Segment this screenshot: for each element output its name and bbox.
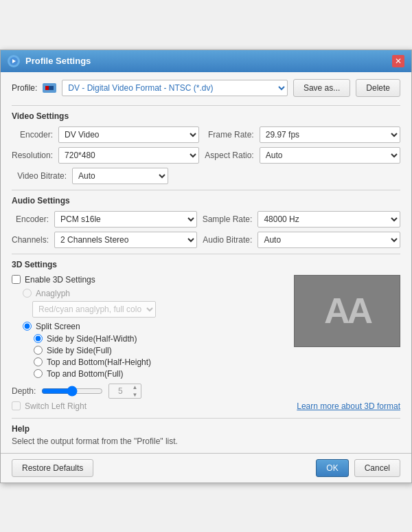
cancel-button[interactable]: Cancel (354, 459, 400, 477)
threed-settings-section: 3D Settings AA Enable 3D Settings (12, 260, 400, 411)
video-encoder-select[interactable]: DV Video (58, 126, 199, 143)
top-bottom-half-radio[interactable] (34, 357, 43, 366)
depth-slider[interactable] (41, 386, 103, 397)
audio-bitrate-select[interactable]: Auto (258, 232, 400, 248)
help-text: Select the output format from the "Profi… (12, 436, 400, 446)
side-by-side-full-label[interactable]: Side by Side(Full) (47, 346, 112, 355)
top-bottom-half-row: Top and Bottom(Half-Height) (12, 357, 400, 367)
audio-encoder-select[interactable]: PCM s16le (54, 211, 197, 228)
delete-button[interactable]: Delete (356, 79, 400, 97)
threed-content: AA Enable 3D Settings Anaglyph (12, 275, 400, 381)
audio-encoder-label: Encoder: (12, 214, 49, 224)
profile-icon (43, 83, 56, 93)
titlebar: Profile Settings ✕ (1, 50, 411, 72)
video-settings-title: Video Settings (12, 111, 400, 121)
depth-row: Depth: 5 ▲ ▼ (12, 384, 400, 399)
bitrate-row: Video Bitrate: Auto (12, 168, 400, 184)
profile-row: Profile: DV - Digital Video Format - NTS… (12, 79, 400, 97)
samplerate-label: Sample Rate: (203, 214, 253, 224)
depth-up-button[interactable]: ▲ (130, 384, 139, 391)
profile-label: Profile: (12, 83, 37, 93)
top-bottom-half-label[interactable]: Top and Bottom(Half-Height) (47, 357, 151, 367)
switch-learn-row: Switch Left Right Learn more about 3D fo… (12, 401, 400, 411)
resolution-select[interactable]: 720*480 (58, 147, 199, 164)
ok-button[interactable]: OK (316, 459, 348, 477)
divider-3 (12, 254, 400, 254)
top-bottom-full-radio[interactable] (34, 369, 43, 378)
video-bitrate-select[interactable]: Auto (72, 168, 168, 184)
save-as-button[interactable]: Save as... (293, 79, 350, 97)
side-by-side-half-row: Side by Side(Half-Width) (12, 334, 287, 344)
split-screen-label[interactable]: Split Screen (36, 322, 80, 331)
side-by-side-half-label[interactable]: Side by Side(Half-Width) (47, 334, 137, 344)
switch-left-right-label[interactable]: Switch Left Right (25, 401, 87, 411)
bottom-bar: Restore Defaults OK Cancel (1, 453, 411, 483)
samplerate-select[interactable]: 48000 Hz (258, 211, 400, 228)
switch-row-left: Switch Left Right (12, 401, 87, 411)
video-settings-section: Video Settings Encoder: DV Video Frame R… (12, 111, 400, 184)
audio-settings-title: Audio Settings (12, 196, 400, 206)
enable-3d-checkbox[interactable] (12, 275, 21, 284)
depth-value-box: 5 ▲ ▼ (108, 384, 141, 399)
framerate-select[interactable]: 29.97 fps (260, 126, 400, 143)
depth-down-button[interactable]: ▼ (130, 391, 139, 399)
split-screen-radio[interactable] (23, 322, 32, 331)
depth-label: Depth: (12, 386, 36, 396)
resolution-label: Resolution: (12, 151, 53, 160)
anaglyph-select[interactable]: Red/cyan anaglyph, full color (32, 301, 156, 318)
video-form-grid: Encoder: DV Video Frame Rate: 29.97 fps … (12, 126, 400, 164)
app-icon (8, 55, 20, 67)
channels-label: Channels: (12, 235, 49, 245)
help-title: Help (12, 424, 400, 434)
divider-2 (12, 190, 400, 190)
threed-preview-container: AA (294, 275, 400, 347)
titlebar-left: Profile Settings (8, 55, 91, 67)
side-by-side-full-radio[interactable] (34, 346, 43, 355)
side-by-side-half-radio[interactable] (34, 334, 43, 343)
top-bottom-full-label[interactable]: Top and Bottom(Full) (47, 369, 123, 379)
close-button[interactable]: ✕ (392, 55, 404, 67)
help-section: Help Select the output format from the "… (12, 418, 400, 446)
anaglyph-radio-row: Anaglyph (12, 289, 287, 298)
window-title: Profile Settings (25, 56, 91, 66)
threed-preview: AA (294, 275, 400, 347)
switch-left-right-checkbox[interactable] (12, 401, 21, 410)
aa-preview: AA (324, 290, 370, 331)
main-content: Profile: DV - Digital Video Format - NTS… (1, 72, 411, 453)
audio-bitrate-label: Audio Bitrate: (203, 235, 253, 245)
aspect-label: Aspect Ratio: (205, 151, 253, 160)
enable-3d-label[interactable]: Enable 3D Settings (25, 275, 95, 285)
framerate-label: Frame Rate: (205, 130, 253, 140)
restore-defaults-button[interactable]: Restore Defaults (12, 459, 93, 477)
svg-rect-4 (45, 86, 49, 90)
learn-more-link[interactable]: Learn more about 3D format (297, 401, 400, 411)
threed-title: 3D Settings (12, 260, 400, 269)
video-bitrate-label: Video Bitrate: (12, 171, 67, 181)
aspect-select[interactable]: Auto (260, 147, 400, 164)
profile-settings-window: Profile Settings ✕ Profile: DV - Digital… (0, 49, 412, 483)
split-screen-radio-row: Split Screen (12, 322, 287, 331)
depth-spinner: ▲ ▼ (130, 384, 139, 399)
channels-select[interactable]: 2 Channels Stereo (54, 232, 197, 248)
anaglyph-radio[interactable] (23, 289, 32, 298)
bottom-right-buttons: OK Cancel (316, 459, 400, 477)
audio-form-grid: Encoder: PCM s16le Sample Rate: 48000 Hz… (12, 211, 400, 248)
anaglyph-label[interactable]: Anaglyph (36, 289, 70, 298)
top-bottom-full-row: Top and Bottom(Full) (12, 369, 400, 379)
side-by-side-full-row: Side by Side(Full) (12, 346, 287, 355)
profile-select[interactable]: DV - Digital Video Format - NTSC (*.dv) (62, 80, 288, 96)
enable-3d-row: Enable 3D Settings (12, 275, 287, 285)
depth-number: 5 (111, 386, 130, 396)
audio-settings-section: Audio Settings Encoder: PCM s16le Sample… (12, 196, 400, 248)
divider-1 (12, 105, 400, 106)
encoder-label: Encoder: (12, 130, 53, 140)
